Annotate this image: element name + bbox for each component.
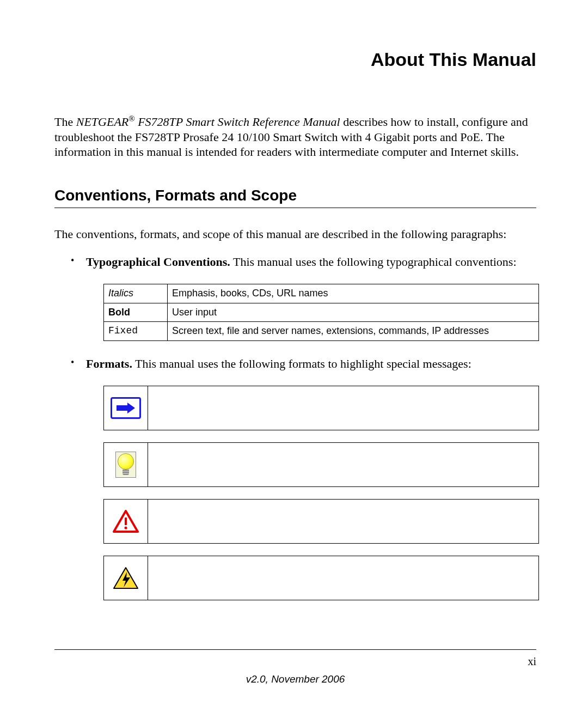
danger-lightning-icon xyxy=(113,567,139,589)
bullet-list: Typographical Conventions. This manual u… xyxy=(71,254,536,600)
note-icon-cell xyxy=(104,386,148,430)
bullet-formats-bold: Formats. xyxy=(86,357,132,370)
intro-italic-title: NETGEAR xyxy=(76,115,129,129)
bullet-formats: Formats. This manual uses the following … xyxy=(71,356,536,601)
note-arrow-icon xyxy=(111,397,141,419)
warning-triangle-icon xyxy=(113,510,139,533)
table-cell-desc: Emphasis, books, CDs, URL names xyxy=(168,284,539,303)
page-title: About This Manual xyxy=(54,49,536,70)
table-row: Italics Emphasis, books, CDs, URL names xyxy=(104,284,539,303)
format-box-note xyxy=(103,386,539,430)
page-footer: xi v2.0, November 2006 xyxy=(54,649,536,685)
bullet-typographical: Typographical Conventions. This manual u… xyxy=(71,254,536,341)
section-lead: The conventions, formats, and scope of t… xyxy=(54,227,536,241)
table-cell-label: Italics xyxy=(104,284,168,303)
svg-rect-1 xyxy=(125,518,127,525)
footer-version: v2.0, November 2006 xyxy=(54,673,536,685)
format-box-tip xyxy=(103,442,539,487)
lightbulb-icon xyxy=(115,452,136,478)
note-content xyxy=(148,386,538,430)
section-divider xyxy=(54,208,536,208)
table-row: Fixed Screen text, file and server names… xyxy=(104,322,539,340)
bullet-formats-rest: This manual uses the following formats t… xyxy=(132,357,471,370)
tip-content xyxy=(148,443,538,486)
table-cell-desc: User input xyxy=(168,303,539,321)
footer-divider xyxy=(54,649,536,650)
danger-content xyxy=(148,556,538,600)
warning-content xyxy=(148,500,538,543)
bullet-typographical-bold: Typographical Conventions. xyxy=(86,255,230,269)
danger-icon-cell xyxy=(104,556,148,600)
tip-icon-cell xyxy=(104,443,148,486)
bullet-typographical-rest: This manual uses the following typograph… xyxy=(230,255,517,269)
table-cell-label: Bold xyxy=(104,303,168,321)
page-number: xi xyxy=(54,655,536,668)
table-cell-label: Fixed xyxy=(104,322,168,340)
typographical-conventions-table: Italics Emphasis, books, CDs, URL names … xyxy=(103,284,539,340)
registered-symbol-icon: ® xyxy=(128,114,134,123)
warning-icon-cell xyxy=(104,500,148,543)
intro-italic-title-rest: FS728TP Smart Switch Reference Manual xyxy=(135,115,340,129)
intro-paragraph: The NETGEAR® FS728TP Smart Switch Refere… xyxy=(54,114,536,160)
intro-prefix: The xyxy=(54,115,76,129)
format-box-danger xyxy=(103,556,539,600)
table-cell-desc: Screen text, file and server names, exte… xyxy=(168,322,539,340)
section-heading: Conventions, Formats and Scope xyxy=(54,187,536,204)
table-row: Bold User input xyxy=(104,303,539,321)
svg-point-2 xyxy=(125,527,127,530)
format-box-warning xyxy=(103,499,539,544)
